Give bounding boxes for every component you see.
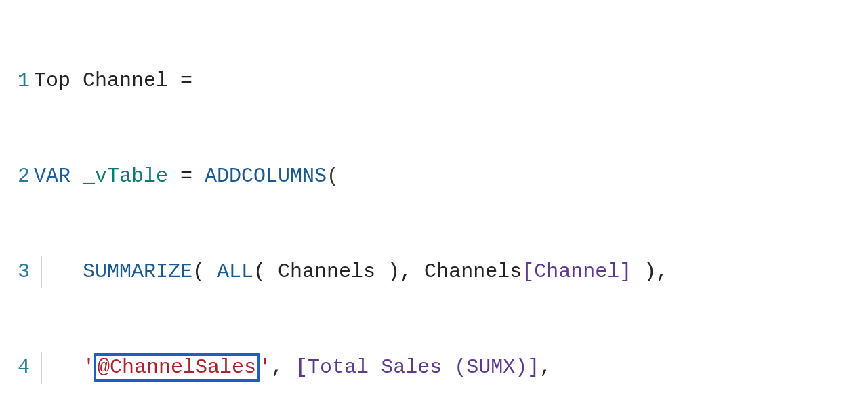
token-paren: (	[327, 165, 339, 188]
token-function: ADDCOLUMNS	[205, 165, 327, 188]
token-function: SUMMARIZE	[83, 260, 192, 283]
line-number: 3	[0, 256, 30, 288]
token-plain: ( Channels ), Channels	[253, 260, 522, 283]
highlight-box: @ChannelSales	[94, 353, 260, 382]
token-plain: ),	[632, 260, 668, 283]
code-line[interactable]: SUMMARIZE( ALL( Channels ), Channels[Cha…	[34, 256, 868, 288]
token-plain: =	[168, 165, 205, 188]
dax-editor[interactable]: 1 2 3 4 5 6 7 8 9 10 11 12 13 Top Channe…	[0, 0, 868, 410]
code-line[interactable]: VAR _vTable = ADDCOLUMNS(	[34, 161, 868, 192]
line-number: 1	[0, 65, 30, 97]
indent-guide	[41, 352, 42, 384]
token-plain: ,	[271, 356, 295, 379]
line-number-gutter: 1 2 3 4 5 6 7 8 9 10 11 12 13	[0, 1, 34, 410]
token-function: ALL	[217, 260, 253, 283]
line-number: 4	[0, 352, 30, 384]
token-column: [Channel]	[522, 260, 632, 283]
code-line[interactable]: Top Channel =	[34, 65, 868, 97]
token-variable: _vTable	[83, 165, 168, 188]
token-string-quote: '	[259, 356, 271, 379]
token-measure: [Total Sales (SUMX)]	[295, 356, 539, 379]
token-keyword: VAR	[34, 165, 70, 188]
code-area[interactable]: Top Channel = VAR _vTable = ADDCOLUMNS( …	[34, 1, 868, 410]
token-plain: ,	[539, 356, 552, 379]
indent-guide	[41, 256, 42, 288]
token-space	[70, 165, 83, 188]
token-plain: Top Channel =	[34, 69, 205, 92]
token-plain: (	[192, 260, 217, 283]
line-number: 2	[0, 161, 30, 192]
code-line[interactable]: '@ChannelSales', [Total Sales (SUMX)],	[34, 352, 868, 384]
